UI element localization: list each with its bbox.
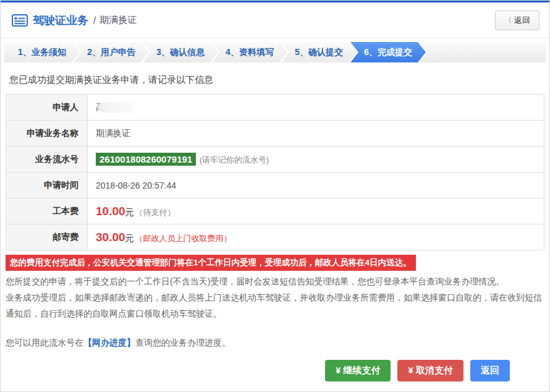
- row-label: 业务流水号: [6, 147, 88, 173]
- row-label: 工本费: [6, 198, 88, 224]
- page-title: 驾驶证业务: [33, 13, 88, 28]
- fee-note: （待支付）: [135, 208, 176, 217]
- steps-nav: 1、业务须知2、用户申告3、确认信息4、资料填写5、确认提交6、完成提交: [4, 42, 546, 62]
- fee-unit: 元: [125, 207, 134, 217]
- step-6[interactable]: 6、完成提交: [350, 42, 426, 62]
- fee-unit: 元: [125, 233, 134, 243]
- redacted-name-blur: [98, 102, 134, 113]
- breadcrumb-current: 期满换证: [99, 14, 137, 26]
- step-5[interactable]: 5、确认提交: [281, 42, 357, 62]
- serial-note: (请牢记你的流水号): [197, 155, 269, 164]
- serial-badge: 261001808260079191: [96, 153, 196, 166]
- info-table: 申请人高申请业务名称期满换证业务流水号261001808260079191 (请…: [6, 94, 544, 250]
- table-row: 邮寄费30.00元（邮政人员上门收取费用）: [6, 224, 544, 250]
- table-row: 申请时间2018-08-26 20:57:44: [6, 173, 544, 198]
- continue-pay-button[interactable]: ¥ 继续支付: [325, 360, 391, 381]
- progress-note-suffix: 查询您的业务办理进度。: [135, 338, 231, 347]
- fee-note: （邮政人员上门收取费用）: [135, 234, 232, 243]
- table-row: 申请业务名称期满换证: [6, 121, 544, 147]
- chevron-left-icon: 〈: [504, 15, 512, 25]
- fee-amount: 10.00: [96, 205, 125, 218]
- fee-amount: 30.00: [96, 231, 125, 244]
- info-paragraph: 业务成功受理后，如果选择邮政寄递的，邮政人员将上门送达机动车驾驶证，并收取办理业…: [6, 289, 544, 322]
- row-value: 期满换证: [88, 121, 544, 147]
- progress-note: 您可以用此流水号在【网办进度】查询您的业务办理进度。: [6, 338, 544, 349]
- step-4[interactable]: 4、资料填写: [212, 42, 287, 62]
- row-value: 261001808260079191 (请牢记你的流水号): [88, 147, 544, 173]
- value-text: 2018-08-26 20:57:44: [96, 181, 176, 190]
- row-value: 30.00元（邮政人员上门收取费用）: [88, 224, 544, 250]
- step-2[interactable]: 2、用户申告: [74, 42, 149, 62]
- progress-note-prefix: 您可以用此流水号在: [6, 338, 83, 347]
- breadcrumb-separator: /: [93, 15, 96, 25]
- row-label: 申请人: [6, 95, 88, 121]
- steps-filler: [420, 42, 546, 62]
- row-value: 高: [88, 95, 544, 121]
- warning-banner-wrap: 您的费用支付完成后，公安机关交通管理部门将在1个工作日内受理，受理成功后，邮政人…: [6, 255, 544, 271]
- warning-banner: 您的费用支付完成后，公安机关交通管理部门将在1个工作日内受理，受理成功后，邮政人…: [6, 255, 416, 271]
- row-value: 2018-08-26 20:57:44: [88, 173, 544, 198]
- progress-link: 【网办进度】: [83, 338, 135, 347]
- success-message: 您已成功提交期满换证业务申请，请记录以下信息: [1, 62, 549, 94]
- step-3[interactable]: 3、确认信息: [143, 42, 218, 62]
- table-row: 工本费10.00元（待支付）: [6, 198, 544, 224]
- value-text: 期满换证: [96, 128, 130, 138]
- info-paragraph: 您所提交的申请，将于提交后的一个工作日(不含当天)受理，届时会发送短信告知受理结…: [6, 273, 544, 289]
- table-row: 申请人高: [6, 95, 544, 121]
- info-paragraphs: 您所提交的申请，将于提交后的一个工作日(不含当天)受理，届时会发送短信告知受理结…: [6, 273, 544, 322]
- table-row: 业务流水号261001808260079191 (请牢记你的流水号): [6, 147, 544, 173]
- row-label: 申请业务名称: [6, 121, 88, 147]
- driver-license-service-page: 驾驶证业务 / 期满换证 〈 返回 1、业务须知2、用户申告3、确认信息4、资料…: [0, 0, 550, 392]
- info-table-body: 申请人高申请业务名称期满换证业务流水号261001808260079191 (请…: [6, 95, 544, 250]
- row-value: 10.00元（待支付）: [88, 198, 544, 224]
- row-label: 邮寄费: [6, 224, 88, 250]
- footer-actions: ¥ 继续支付 ¥ 取消支付 返回: [1, 360, 549, 391]
- row-label: 申请时间: [6, 173, 88, 198]
- back-button-label: 返回: [514, 15, 530, 26]
- page-header: 驾驶证业务 / 期满换证 〈 返回: [1, 2, 549, 38]
- list-card-icon: [12, 14, 28, 27]
- footer-back-button[interactable]: 返回: [470, 360, 510, 381]
- step-1[interactable]: 1、业务须知: [4, 42, 80, 62]
- back-button[interactable]: 〈 返回: [495, 11, 539, 30]
- cancel-pay-button[interactable]: ¥ 取消支付: [397, 360, 463, 381]
